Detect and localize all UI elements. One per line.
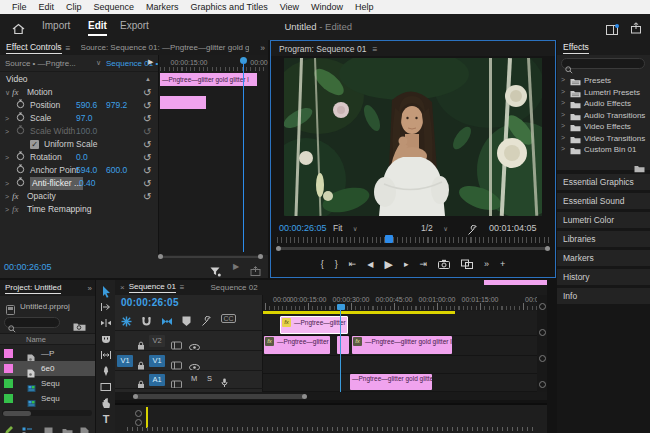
- clip-a2[interactable]: —Pngtree—glitter gold glitter ligh: [350, 374, 432, 390]
- ec-anti-flicker-label[interactable]: Anti-flicker ...: [30, 177, 83, 190]
- timeline-playhead-head[interactable]: [337, 304, 345, 310]
- go-to-in-button[interactable]: ⇤: [349, 259, 357, 269]
- ec-effect-opacity[interactable]: > fx Opacity ↺: [0, 190, 158, 203]
- project-item-row[interactable]: Sequ: [0, 391, 95, 406]
- panel-tab-markers[interactable]: Markers: [557, 250, 650, 266]
- new-item-icon[interactable]: [80, 422, 89, 433]
- solo-button[interactable]: S: [207, 374, 212, 383]
- ec-ruler-ticks[interactable]: [160, 67, 266, 71]
- ec-scrollbar-dot[interactable]: [158, 254, 163, 259]
- effects-search-input[interactable]: [561, 58, 645, 69]
- collapse-icon[interactable]: ▲: [145, 73, 151, 86]
- mute-button[interactable]: M: [191, 374, 197, 383]
- ec-rotation-value[interactable]: 0.0: [76, 151, 88, 164]
- chevron-right-icon[interactable]: >: [561, 88, 565, 95]
- effects-bin-custom-bin-01[interactable]: > Custom Bin 01: [557, 145, 650, 157]
- chevron-right-icon[interactable]: >: [5, 177, 9, 190]
- label-color-swatch[interactable]: [4, 379, 13, 388]
- chevron-down-icon[interactable]: ∨: [5, 86, 10, 99]
- selection-tool[interactable]: [99, 284, 113, 298]
- scrollbar-thumb[interactable]: [135, 394, 305, 399]
- source-patch-v1[interactable]: V1: [117, 355, 133, 367]
- scrollbar-dot[interactable]: [545, 246, 550, 251]
- chevron-right-icon[interactable]: >: [561, 76, 565, 83]
- program-scrub-ticks[interactable]: [277, 237, 549, 243]
- chevron-right-icon[interactable]: >: [5, 151, 9, 164]
- panel-tab-essential-graphics[interactable]: Essential Graphics: [557, 174, 650, 190]
- stopwatch-icon[interactable]: [16, 164, 25, 178]
- panel-tab-info[interactable]: Info: [557, 288, 650, 304]
- ec-h-scrollbar[interactable]: [160, 256, 260, 258]
- icon-view-icon[interactable]: [44, 422, 53, 433]
- chevron-right-icon[interactable]: >: [5, 190, 9, 203]
- panel-tab-lumetri-color[interactable]: Lumetri Color: [557, 212, 650, 228]
- tab-effects[interactable]: Effects: [563, 42, 589, 54]
- more-buttons-chevron[interactable]: »: [484, 259, 489, 269]
- ec-section-video[interactable]: Video ▲: [0, 73, 158, 86]
- ec-anti-flicker-value[interactable]: 0.40: [79, 177, 96, 190]
- ec-playhead-line[interactable]: [243, 62, 244, 252]
- ec-timecode[interactable]: 00:00:26:05: [4, 262, 52, 272]
- chevron-right-icon[interactable]: >: [561, 134, 565, 141]
- header-tab-edit[interactable]: Edit: [88, 20, 107, 36]
- hand-tool[interactable]: [99, 396, 113, 410]
- menu-edit[interactable]: Edit: [33, 2, 61, 12]
- ec-prop-anti-flicker[interactable]: > Anti-flicker ... 0.40 ↺: [0, 177, 158, 190]
- panel-menu-icon[interactable]: ≡: [66, 43, 71, 53]
- tab-source-monitor[interactable]: Source: Sequence 01: —Pngtree—glitter go…: [81, 43, 249, 52]
- effects-bin-presets[interactable]: > Presets: [557, 76, 650, 88]
- pencil-icon[interactable]: [4, 421, 14, 433]
- track-target-a1[interactable]: A1: [149, 374, 165, 386]
- linked-selection-icon[interactable]: [161, 313, 173, 331]
- clip-v2-selected[interactable]: fx —Pngtree—glitter: [280, 316, 348, 334]
- mark-out-button[interactable]: }: [335, 259, 338, 269]
- zoom-level-select[interactable]: Fit ∨: [333, 223, 358, 233]
- scrollbar-thumb[interactable]: [3, 411, 31, 416]
- export-frame-small-icon[interactable]: [250, 262, 261, 278]
- reset-param-icon[interactable]: ↺: [143, 164, 151, 177]
- step-forward-button[interactable]: ▸: [404, 259, 409, 269]
- close-icon[interactable]: ×: [120, 283, 125, 292]
- play-only-icon[interactable]: ▶: [233, 262, 239, 271]
- project-item-row[interactable]: —P: [0, 346, 95, 361]
- track-select-forward-tool[interactable]: [99, 300, 113, 314]
- chevron-right-icon[interactable]: >: [561, 122, 565, 129]
- reset-effect-icon[interactable]: ↺: [143, 190, 151, 203]
- clip-v1-a[interactable]: fx —Pngtree—glitter g: [264, 336, 330, 354]
- ec-position-x-value[interactable]: 590.6: [76, 99, 97, 112]
- header-tab-import[interactable]: Import: [42, 20, 70, 31]
- clip-v1-sliver[interactable]: [337, 336, 349, 354]
- stopwatch-icon[interactable]: [16, 151, 25, 165]
- ec-effect-time-remapping[interactable]: > fx Time Remapping: [0, 203, 158, 216]
- ec-anchor-x-value[interactable]: 594.0: [76, 164, 97, 177]
- ec-prop-scale[interactable]: > Scale 97.0 ↺: [0, 112, 158, 125]
- stopwatch-icon[interactable]: [16, 112, 25, 126]
- menu-markers[interactable]: Markers: [140, 2, 185, 12]
- ec-prop-uniform-scale[interactable]: ✓ Uniform Scale ↺: [0, 138, 158, 151]
- header-tab-export[interactable]: Export: [120, 20, 149, 31]
- effects-bin-lumetri-presets[interactable]: > Lumetri Presets: [557, 88, 650, 100]
- tab-effect-controls[interactable]: Effect Controls: [6, 42, 62, 54]
- timeline-settings-wrench-icon[interactable]: [201, 313, 212, 331]
- scrollbar-dot[interactable]: [133, 394, 138, 399]
- ec-position-y-value[interactable]: 979.2: [106, 99, 127, 112]
- ripple-edit-tool[interactable]: [99, 316, 113, 330]
- ec-prop-anchor-point[interactable]: Anchor Point 594.0 600.0 ↺: [0, 164, 158, 177]
- ec-scale-value[interactable]: 97.0: [76, 112, 93, 125]
- menu-help[interactable]: Help: [349, 2, 380, 12]
- captions-button[interactable]: CC: [221, 314, 236, 323]
- track-resize-dot[interactable]: [539, 355, 546, 362]
- home-icon[interactable]: [12, 21, 25, 39]
- project-search-input[interactable]: [4, 317, 60, 328]
- reset-param-icon[interactable]: ↺: [143, 151, 151, 164]
- step-back-button[interactable]: ◀: [367, 260, 373, 269]
- reset-effect-icon[interactable]: ↺: [143, 86, 151, 99]
- workspace-icon[interactable]: [606, 21, 619, 39]
- ec-prop-position[interactable]: Position 590.6 979.2 ↺: [0, 99, 158, 112]
- project-item-row-selected[interactable]: 6e0: [0, 361, 95, 376]
- filter-properties-icon[interactable]: [210, 263, 221, 278]
- ec-scrollbar-dot[interactable]: [258, 254, 263, 259]
- menu-window[interactable]: Window: [305, 2, 349, 12]
- label-color-swatch[interactable]: [4, 349, 13, 358]
- mark-in-button[interactable]: {: [321, 259, 324, 269]
